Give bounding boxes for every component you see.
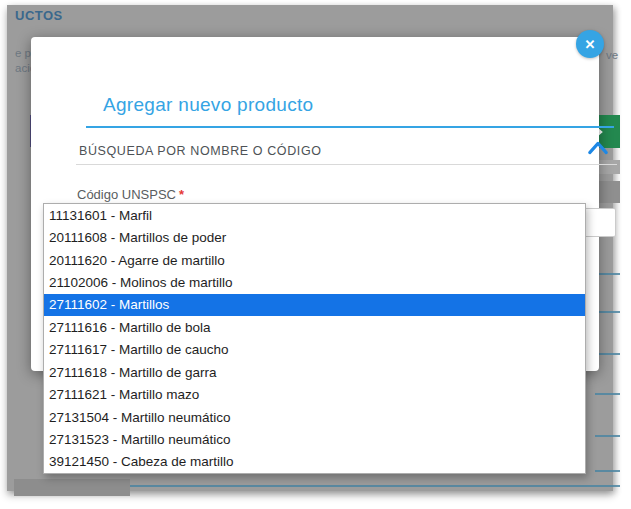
modal-title: Agregar nuevo producto <box>103 94 313 116</box>
dropdown-option[interactable]: 27131504 - Martillo neumático <box>44 406 585 428</box>
required-asterisk: * <box>179 187 184 202</box>
background-table-line <box>595 393 620 395</box>
dropdown-option[interactable]: 27111616 - Martillo de bola <box>44 316 585 338</box>
background-page-title: UCTOS <box>15 8 63 23</box>
background-footer-band <box>14 479 130 496</box>
unspsc-field-label: Código UNSPSC* <box>77 187 184 202</box>
search-section-header: BÚSQUEDA POR NOMBRE O CÓDIGO <box>79 144 322 158</box>
dropdown-option[interactable]: 27111602 - Martillos <box>44 294 585 316</box>
background-table-line <box>595 470 620 472</box>
dropdown-option[interactable]: 27131523 - Martillo neumático <box>44 428 585 450</box>
background-text-fragment: ve <box>606 49 618 61</box>
dropdown-option[interactable]: 27111621 - Martillo mazo <box>44 383 585 405</box>
title-underline <box>86 126 614 128</box>
dropdown-option[interactable]: 27111617 - Martillo de caucho <box>44 339 585 361</box>
dropdown-option[interactable]: 11131601 - Marfil <box>44 204 585 226</box>
dropdown-option[interactable]: 39121450 - Cabeza de martillo <box>44 451 585 473</box>
dropdown-option[interactable]: 20111608 - Martillos de poder <box>44 226 585 248</box>
unspsc-dropdown: 11131601 - Marfil20111608 - Martillos de… <box>43 203 586 474</box>
chevron-up-icon <box>587 138 609 158</box>
dropdown-option[interactable]: 27111618 - Martillo de garra <box>44 361 585 383</box>
collapse-section-button[interactable] <box>587 138 609 158</box>
close-modal-button[interactable]: ✕ <box>576 30 604 58</box>
section-divider <box>76 164 617 165</box>
background-footer-line <box>130 485 620 487</box>
dropdown-option[interactable]: 20111620 - Agarre de martillo <box>44 249 585 271</box>
background-table-line <box>595 435 620 437</box>
dropdown-option[interactable]: 21102006 - Molinos de martillo <box>44 271 585 293</box>
close-icon: ✕ <box>585 37 596 52</box>
screen: UCTOS e pr ació ve Agregar nuevo product… <box>0 0 631 509</box>
